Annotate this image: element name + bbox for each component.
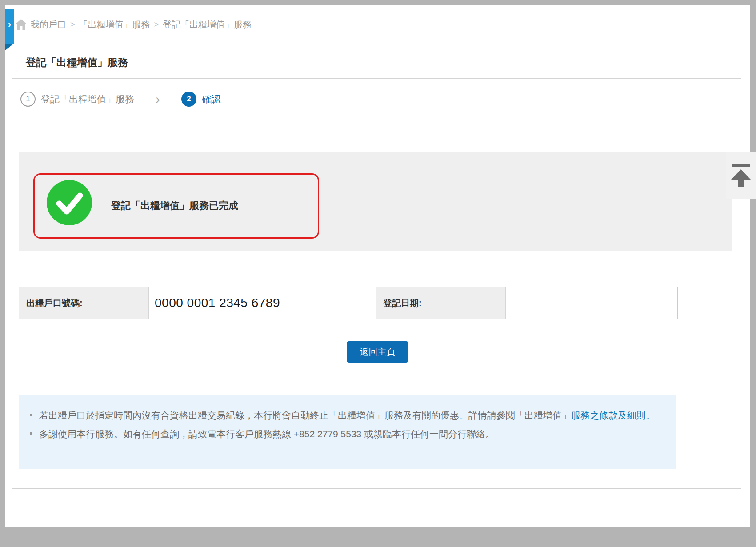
- scroll-to-top-icon: [731, 164, 751, 187]
- note-item: 多謝使用本行服務。如有任何查詢，請致電本行客戶服務熱線 +852 2779 55…: [30, 425, 662, 443]
- home-icon[interactable]: [15, 19, 27, 30]
- collapsed-strip: [19, 252, 735, 259]
- scroll-to-top-button[interactable]: [726, 152, 756, 199]
- back-to-home-button[interactable]: 返回主頁: [347, 341, 408, 363]
- step2-circle: 2: [181, 92, 196, 107]
- note1-text: 若出糧戶口於指定時間內沒有合資格出糧交易紀錄，本行將會自動終止「出糧增值」服務及…: [39, 410, 571, 420]
- title-steps-panel: 登記「出糧增值」服務 1 登記「出糧增值」服務 › 2 確認: [12, 46, 741, 120]
- chevron-right-icon: ›: [5, 20, 14, 28]
- notes-box: 若出糧戶口於指定時間內沒有合資格出糧交易紀錄，本行將會自動終止「出糧增值」服務及…: [19, 395, 676, 469]
- note2-text: 多謝使用本行服務。如有任何查詢，請致電本行客戶服務熱線 +852 2779 55…: [39, 425, 495, 443]
- terms-and-conditions-link[interactable]: 服務之條款及細則。: [571, 410, 655, 420]
- note-item: 若出糧戶口於指定時間內沒有合資格出糧交易紀錄，本行將會自動終止「出糧增值」服務及…: [30, 406, 662, 425]
- breadcrumb-separator: >: [70, 20, 75, 29]
- success-check-icon: [47, 180, 92, 225]
- registration-date-value: [506, 287, 677, 319]
- side-expand-tab[interactable]: ›: [5, 9, 14, 44]
- bullet-icon: [30, 432, 32, 435]
- breadcrumb-item-register-payroll-service: 登記「出糧增值」服務: [163, 19, 252, 31]
- step-arrow-icon: ›: [156, 92, 160, 106]
- breadcrumb: 我的戶口 > 「出糧增值」服務 > 登記「出糧增值」服務: [15, 18, 252, 31]
- step1-circle: 1: [20, 92, 36, 107]
- breadcrumb-item-payroll-service[interactable]: 「出糧增值」服務: [79, 19, 150, 31]
- breadcrumb-item-my-accounts[interactable]: 我的戶口: [31, 19, 66, 31]
- details-table: 出糧戶口號碼: 0000 0001 2345 6789 登記日期:: [19, 287, 678, 319]
- registration-date-label: 登記日期:: [376, 287, 506, 319]
- screenshot-root: { "colors": { "accent_blue": "#0c6cb4", …: [0, 0, 756, 547]
- page-title: 登記「出糧增值」服務: [12, 46, 741, 79]
- account-number-label: 出糧戶口號碼:: [19, 287, 149, 319]
- step2-label: 確認: [202, 93, 220, 105]
- bullet-icon: [30, 414, 32, 416]
- step-indicator: 1 登記「出糧增值」服務 › 2 確認: [12, 79, 741, 120]
- confirmation-section: 登記「出糧增值」服務已完成 出糧戶口號碼: 0000 0001 2345 678…: [12, 136, 741, 489]
- success-message: 登記「出糧增值」服務已完成: [111, 199, 238, 212]
- account-number-value: 0000 0001 2345 6789: [149, 287, 376, 319]
- step1-label: 登記「出糧增值」服務: [41, 93, 134, 105]
- breadcrumb-separator: >: [154, 20, 159, 29]
- page-background: › 我的戶口 > 「出糧增值」服務 > 登記「出糧增值」服務 登記「出糧增值」服…: [5, 5, 750, 527]
